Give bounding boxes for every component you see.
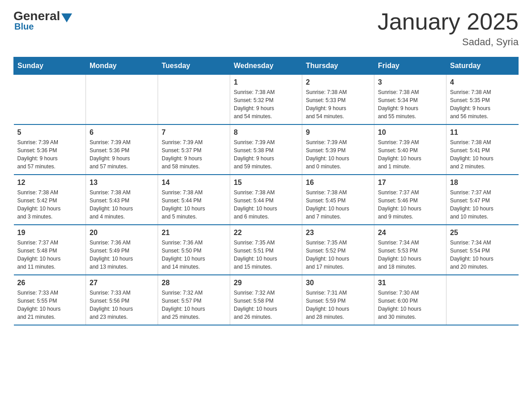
calendar-subtitle: Sadad, Syria: [378, 36, 519, 48]
calendar-day-cell: 19Sunrise: 7:37 AMSunset: 5:48 PMDayligh…: [14, 225, 86, 275]
day-info: Sunrise: 7:33 AMSunset: 5:55 PMDaylight:…: [17, 289, 82, 321]
header-thursday: Thursday: [302, 57, 374, 75]
calendar-day-cell: 2Sunrise: 7:38 AMSunset: 5:33 PMDaylight…: [302, 75, 374, 125]
calendar-day-cell: 25Sunrise: 7:34 AMSunset: 5:54 PMDayligh…: [446, 225, 519, 275]
calendar-week-row: 5Sunrise: 7:39 AMSunset: 5:36 PMDaylight…: [14, 124, 519, 175]
calendar-day-cell: 24Sunrise: 7:34 AMSunset: 5:53 PMDayligh…: [374, 225, 446, 275]
day-info: Sunrise: 7:31 AMSunset: 5:59 PMDaylight:…: [306, 289, 370, 321]
day-info: Sunrise: 7:37 AMSunset: 5:48 PMDaylight:…: [17, 239, 82, 271]
header-sunday: Sunday: [14, 57, 86, 75]
calendar-day-cell: 11Sunrise: 7:38 AMSunset: 5:41 PMDayligh…: [446, 124, 519, 175]
day-number: 16: [306, 179, 370, 187]
calendar-day-cell: 3Sunrise: 7:38 AMSunset: 5:34 PMDaylight…: [374, 75, 446, 125]
day-number: 1: [234, 78, 298, 86]
day-number: 25: [450, 229, 515, 237]
day-info: Sunrise: 7:34 AMSunset: 5:54 PMDaylight:…: [450, 239, 515, 271]
calendar-day-cell: 26Sunrise: 7:33 AMSunset: 5:55 PMDayligh…: [14, 275, 86, 325]
day-number: 27: [90, 279, 154, 287]
calendar-day-cell: 9Sunrise: 7:39 AMSunset: 5:39 PMDaylight…: [302, 124, 374, 175]
calendar-day-cell: [86, 75, 158, 125]
day-number: 10: [378, 128, 442, 137]
calendar-day-cell: 31Sunrise: 7:30 AMSunset: 6:00 PMDayligh…: [374, 275, 446, 325]
day-number: 5: [17, 128, 82, 137]
day-number: 21: [162, 229, 226, 237]
day-info: Sunrise: 7:38 AMSunset: 5:45 PMDaylight:…: [306, 188, 370, 221]
calendar-day-cell: 23Sunrise: 7:35 AMSunset: 5:52 PMDayligh…: [302, 225, 374, 275]
calendar-day-cell: 28Sunrise: 7:32 AMSunset: 5:57 PMDayligh…: [158, 275, 230, 325]
title-section: January 2025 Sadad, Syria: [378, 9, 519, 48]
calendar-day-cell: 29Sunrise: 7:32 AMSunset: 5:58 PMDayligh…: [230, 275, 302, 325]
calendar-day-cell: 10Sunrise: 7:39 AMSunset: 5:40 PMDayligh…: [374, 124, 446, 175]
day-number: 11: [450, 128, 515, 137]
logo-blue-text: Blue: [14, 21, 34, 32]
calendar-day-cell: 22Sunrise: 7:35 AMSunset: 5:51 PMDayligh…: [230, 225, 302, 275]
day-number: 20: [90, 229, 154, 237]
header-monday: Monday: [86, 57, 158, 75]
calendar-day-cell: 12Sunrise: 7:38 AMSunset: 5:42 PMDayligh…: [14, 175, 86, 225]
calendar-day-cell: 15Sunrise: 7:38 AMSunset: 5:44 PMDayligh…: [230, 175, 302, 225]
day-info: Sunrise: 7:37 AMSunset: 5:46 PMDaylight:…: [378, 188, 442, 221]
day-info: Sunrise: 7:39 AMSunset: 5:36 PMDaylight:…: [90, 138, 154, 171]
day-info: Sunrise: 7:30 AMSunset: 6:00 PMDaylight:…: [378, 289, 442, 321]
day-info: Sunrise: 7:32 AMSunset: 5:57 PMDaylight:…: [162, 289, 226, 321]
day-info: Sunrise: 7:39 AMSunset: 5:40 PMDaylight:…: [378, 138, 442, 171]
calendar-week-row: 19Sunrise: 7:37 AMSunset: 5:48 PMDayligh…: [14, 225, 519, 275]
calendar-day-cell: 6Sunrise: 7:39 AMSunset: 5:36 PMDaylight…: [86, 124, 158, 175]
day-info: Sunrise: 7:37 AMSunset: 5:47 PMDaylight:…: [450, 188, 515, 221]
calendar-day-cell: 1Sunrise: 7:38 AMSunset: 5:32 PMDaylight…: [230, 75, 302, 125]
day-number: 13: [90, 179, 154, 187]
day-info: Sunrise: 7:38 AMSunset: 5:34 PMDaylight:…: [378, 88, 442, 120]
day-number: 6: [90, 128, 154, 137]
day-number: 26: [17, 279, 82, 287]
day-info: Sunrise: 7:35 AMSunset: 5:51 PMDaylight:…: [234, 239, 298, 271]
calendar-day-cell: 5Sunrise: 7:39 AMSunset: 5:36 PMDaylight…: [14, 124, 86, 175]
header-tuesday: Tuesday: [158, 57, 230, 75]
day-info: Sunrise: 7:39 AMSunset: 5:38 PMDaylight:…: [234, 138, 298, 171]
header-friday: Friday: [374, 57, 446, 75]
day-info: Sunrise: 7:36 AMSunset: 5:49 PMDaylight:…: [90, 239, 154, 271]
day-number: 18: [450, 179, 515, 187]
day-info: Sunrise: 7:33 AMSunset: 5:56 PMDaylight:…: [90, 289, 154, 321]
calendar-day-cell: 7Sunrise: 7:39 AMSunset: 5:37 PMDaylight…: [158, 124, 230, 175]
day-number: 9: [306, 128, 370, 137]
day-number: 3: [378, 78, 442, 86]
day-number: 8: [234, 128, 298, 137]
logo: General Blue: [13, 9, 73, 32]
day-info: Sunrise: 7:36 AMSunset: 5:50 PMDaylight:…: [162, 239, 226, 271]
calendar-day-cell: 17Sunrise: 7:37 AMSunset: 5:46 PMDayligh…: [374, 175, 446, 225]
day-number: 2: [306, 78, 370, 86]
day-info: Sunrise: 7:39 AMSunset: 5:37 PMDaylight:…: [162, 138, 226, 171]
calendar-title: January 2025: [378, 9, 519, 34]
day-info: Sunrise: 7:38 AMSunset: 5:42 PMDaylight:…: [17, 188, 82, 221]
calendar-day-cell: 27Sunrise: 7:33 AMSunset: 5:56 PMDayligh…: [86, 275, 158, 325]
day-number: 15: [234, 179, 298, 187]
day-number: 24: [378, 229, 442, 237]
day-info: Sunrise: 7:39 AMSunset: 5:36 PMDaylight:…: [17, 138, 82, 171]
day-number: 7: [162, 128, 226, 137]
day-info: Sunrise: 7:38 AMSunset: 5:33 PMDaylight:…: [306, 88, 370, 120]
day-number: 19: [17, 229, 82, 237]
day-info: Sunrise: 7:34 AMSunset: 5:53 PMDaylight:…: [378, 239, 442, 271]
calendar-day-cell: 21Sunrise: 7:36 AMSunset: 5:50 PMDayligh…: [158, 225, 230, 275]
day-info: Sunrise: 7:38 AMSunset: 5:44 PMDaylight:…: [162, 188, 226, 221]
day-info: Sunrise: 7:35 AMSunset: 5:52 PMDaylight:…: [306, 239, 370, 271]
header-saturday: Saturday: [446, 57, 519, 75]
calendar-day-cell: 16Sunrise: 7:38 AMSunset: 5:45 PMDayligh…: [302, 175, 374, 225]
day-info: Sunrise: 7:38 AMSunset: 5:41 PMDaylight:…: [450, 138, 515, 171]
calendar-week-row: 12Sunrise: 7:38 AMSunset: 5:42 PMDayligh…: [14, 175, 519, 225]
logo-triangle-icon: [61, 13, 72, 22]
day-number: 4: [450, 78, 515, 86]
day-info: Sunrise: 7:32 AMSunset: 5:58 PMDaylight:…: [234, 289, 298, 321]
day-number: 12: [17, 179, 82, 187]
day-number: 30: [306, 279, 370, 287]
calendar-day-cell: 4Sunrise: 7:38 AMSunset: 5:35 PMDaylight…: [446, 75, 519, 125]
day-number: 28: [162, 279, 226, 287]
calendar-week-row: 26Sunrise: 7:33 AMSunset: 5:55 PMDayligh…: [14, 275, 519, 325]
day-info: Sunrise: 7:39 AMSunset: 5:39 PMDaylight:…: [306, 138, 370, 171]
calendar-day-cell: [158, 75, 230, 125]
day-number: 17: [378, 179, 442, 187]
day-info: Sunrise: 7:38 AMSunset: 5:43 PMDaylight:…: [90, 188, 154, 221]
day-number: 22: [234, 229, 298, 237]
calendar-day-cell: 30Sunrise: 7:31 AMSunset: 5:59 PMDayligh…: [302, 275, 374, 325]
day-number: 14: [162, 179, 226, 187]
